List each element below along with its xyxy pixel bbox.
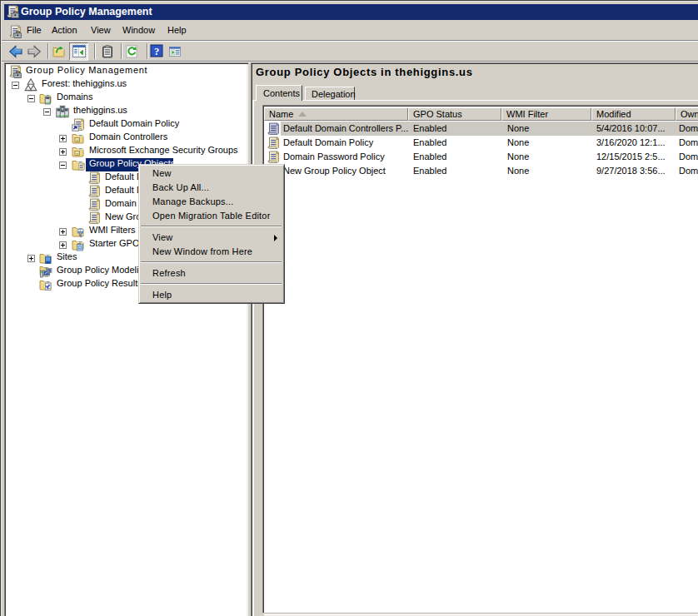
svg-text:?: ? (154, 46, 159, 57)
